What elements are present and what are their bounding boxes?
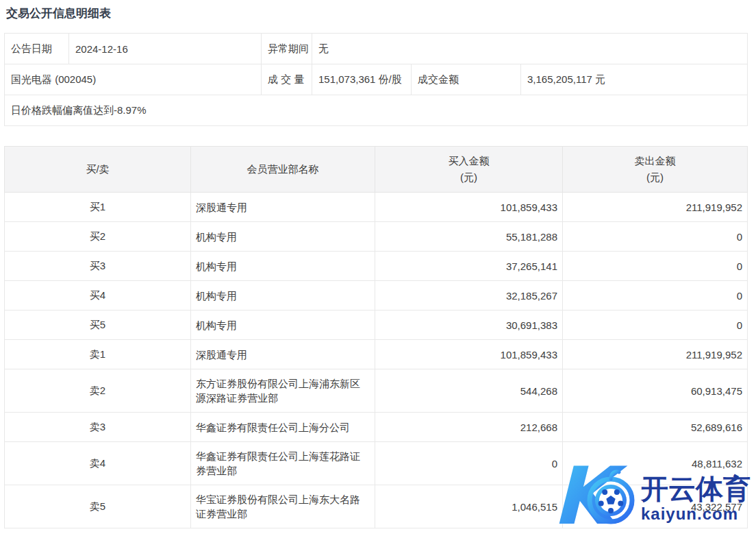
announce-date-label: 公告日期	[5, 34, 69, 64]
cell-sell-amount: 60,913,475	[563, 369, 748, 413]
cell-branch: 机构专用	[191, 252, 375, 281]
cell-side: 买5	[5, 310, 191, 340]
cell-branch: 机构专用	[191, 281, 375, 310]
cell-sell-amount: 0	[563, 252, 748, 281]
summary-row-1: 公告日期 2024-12-16 异常期间 无	[5, 34, 748, 64]
cell-sell-amount: 43,322,577	[563, 485, 748, 528]
col-header-buy-line1: 买入金额	[376, 153, 562, 169]
detail-table-header: 买/卖 会员营业部名称 买入金额 (元) 卖出金额 (元)	[5, 147, 748, 193]
detail-table: 买/卖 会员营业部名称 买入金额 (元) 卖出金额 (元) 买1深股通专用101…	[4, 146, 748, 528]
table-row: 卖2东方证券股份有限公司上海浦东新区源深路证券营业部544,26860,913,…	[5, 369, 748, 413]
cell-sell-amount: 211,919,952	[563, 193, 748, 222]
col-header-buy-line2: (元)	[376, 169, 562, 186]
cell-buy-amount: 1,046,515	[375, 485, 563, 528]
cell-branch: 华鑫证券有限责任公司上海莲花路证券营业部	[191, 442, 375, 485]
summary-row-2: 国光电器 (002045) 成 交 量 151,073,361 份/股 成交金额…	[5, 64, 748, 95]
cell-branch: 深股通专用	[191, 193, 375, 222]
deviation-note: 日价格跌幅偏离值达到-8.97%	[5, 95, 748, 126]
table-row: 卖4华鑫证券有限责任公司上海莲花路证券营业部048,811,632	[5, 442, 748, 485]
col-header-sell-line1: 卖出金额	[564, 153, 746, 169]
cell-buy-amount: 37,265,141	[375, 252, 563, 281]
cell-branch: 机构专用	[191, 222, 375, 252]
page: 交易公开信息明细表 公告日期 2024-12-16 异常期间 无 国光电器 (0…	[0, 5, 756, 536]
table-row: 买1深股通专用101,859,433211,919,952	[5, 193, 748, 222]
turnover-value: 3,165,205,117 元	[521, 64, 748, 95]
cell-buy-amount: 544,268	[375, 369, 563, 413]
cell-buy-amount: 101,859,433	[375, 193, 563, 222]
cell-branch: 华鑫证券有限责任公司上海分公司	[191, 413, 375, 442]
cell-side: 卖4	[5, 442, 191, 485]
table-row: 买5机构专用30,691,3830	[5, 310, 748, 340]
col-header-side: 买/卖	[5, 147, 191, 193]
table-row: 卖5华宝证券股份有限公司上海东大名路证券营业部1,046,51543,322,5…	[5, 485, 748, 528]
cell-buy-amount: 32,185,267	[375, 281, 563, 310]
cell-buy-amount: 101,859,433	[375, 340, 563, 369]
cell-side: 买1	[5, 193, 191, 222]
cell-side: 卖2	[5, 369, 191, 413]
col-header-sell-amount: 卖出金额 (元)	[563, 147, 748, 193]
cell-side: 买3	[5, 252, 191, 281]
cell-branch: 深股通专用	[191, 340, 375, 369]
detail-table-body: 买1深股通专用101,859,433211,919,952买2机构专用55,18…	[5, 193, 748, 528]
cell-sell-amount: 211,919,952	[563, 340, 748, 369]
col-header-buy-amount: 买入金额 (元)	[375, 147, 563, 193]
table-row: 买4机构专用32,185,2670	[5, 281, 748, 310]
col-header-sell-line2: (元)	[564, 169, 746, 186]
cell-sell-amount: 0	[563, 222, 748, 252]
cell-side: 卖1	[5, 340, 191, 369]
page-title: 交易公开信息明细表	[6, 5, 756, 22]
summary-table: 公告日期 2024-12-16 异常期间 无 国光电器 (002045) 成 交…	[4, 33, 748, 126]
cell-side: 卖3	[5, 413, 191, 442]
cell-sell-amount: 52,689,616	[563, 413, 748, 442]
table-row: 买3机构专用37,265,1410	[5, 252, 748, 281]
abnormal-period-label: 异常期间	[262, 34, 312, 64]
cell-side: 买4	[5, 281, 191, 310]
summary-row-3: 日价格跌幅偏离值达到-8.97%	[5, 95, 748, 126]
cell-branch: 机构专用	[191, 310, 375, 340]
turnover-label: 成交金额	[412, 64, 521, 95]
cell-sell-amount: 0	[563, 310, 748, 340]
cell-buy-amount: 55,181,288	[375, 222, 563, 252]
cell-side: 买2	[5, 222, 191, 252]
col-header-branch: 会员营业部名称	[191, 147, 375, 193]
table-row: 卖3华鑫证券有限责任公司上海分公司212,66852,689,616	[5, 413, 748, 442]
cell-branch: 华宝证券股份有限公司上海东大名路证券营业部	[191, 485, 375, 528]
stock-name: 国光电器 (002045)	[5, 64, 262, 95]
announce-date-value: 2024-12-16	[69, 34, 262, 64]
cell-buy-amount: 0	[375, 442, 563, 485]
cell-sell-amount: 0	[563, 281, 748, 310]
cell-buy-amount: 30,691,383	[375, 310, 563, 340]
volume-label: 成 交 量	[262, 64, 312, 95]
cell-branch: 东方证券股份有限公司上海浦东新区源深路证券营业部	[191, 369, 375, 413]
cell-buy-amount: 212,668	[375, 413, 563, 442]
table-row: 买2机构专用55,181,2880	[5, 222, 748, 252]
abnormal-period-value: 无	[312, 34, 748, 64]
cell-side: 卖5	[5, 485, 191, 528]
cell-sell-amount: 48,811,632	[563, 442, 748, 485]
table-row: 卖1深股通专用101,859,433211,919,952	[5, 340, 748, 369]
volume-value: 151,073,361 份/股	[312, 64, 412, 95]
